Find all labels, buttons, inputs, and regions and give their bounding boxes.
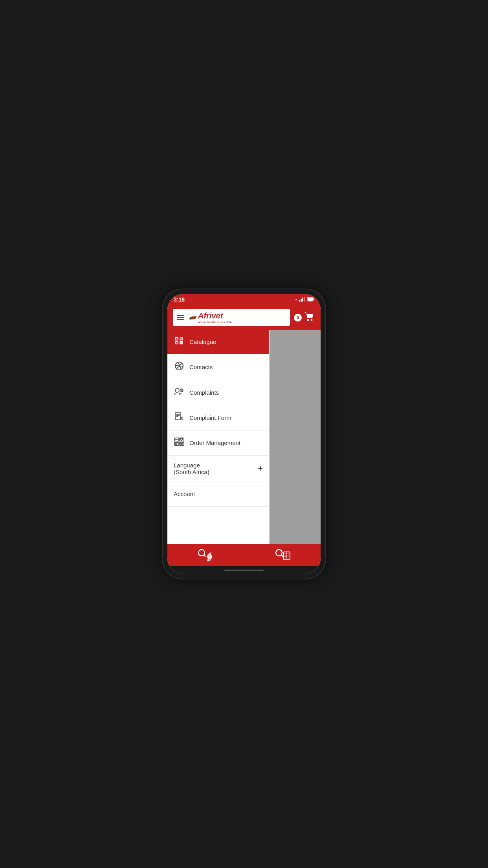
- sidebar-item-complaint-form[interactable]: Complaint Form: [167, 405, 269, 430]
- cart-count: 0: [294, 314, 302, 322]
- svg-rect-1: [301, 299, 302, 302]
- sidebar-menu: Catalogue Contacts: [167, 330, 270, 544]
- svg-rect-36: [180, 442, 184, 445]
- indicator-line: [224, 570, 264, 571]
- sidebar-item-order-management[interactable]: Order Management: [167, 430, 269, 456]
- app-header: Afrivet Animal health is in our DNA 0: [167, 305, 321, 330]
- complaints-icon: [174, 387, 185, 398]
- svg-rect-28: [175, 413, 181, 420]
- svg-point-45: [208, 555, 209, 555]
- main-content: Catalogue Contacts: [167, 330, 321, 544]
- status-bar: 3:18 •: [167, 294, 321, 305]
- language-title: Language: [174, 462, 258, 469]
- language-text: Language (South Africa): [174, 462, 258, 475]
- status-icons: •: [295, 297, 314, 303]
- language-subtitle: (South Africa): [174, 469, 258, 475]
- order-management-label: Order Management: [189, 440, 263, 446]
- logo: Afrivet Animal health is in our DNA: [189, 311, 232, 324]
- svg-point-11: [307, 319, 309, 321]
- complaint-form-icon: [174, 412, 185, 423]
- animal-search-icon: [197, 548, 215, 562]
- header-cart: 0: [294, 312, 315, 324]
- contacts-label: Contacts: [189, 364, 263, 370]
- svg-rect-13: [175, 337, 178, 340]
- content-area: [270, 330, 321, 544]
- logo-tagline: Animal health is in our DNA: [198, 321, 232, 324]
- catalogue-label: Catalogue: [189, 338, 263, 345]
- header-logo-area: Afrivet Animal health is in our DNA: [173, 309, 290, 326]
- language-expand-icon: +: [258, 463, 263, 474]
- catalogue-icon: [174, 337, 185, 347]
- svg-point-9: [189, 318, 192, 319]
- svg-rect-5: [308, 298, 313, 301]
- contacts-icon: [174, 361, 185, 373]
- complaint-form-label: Complaint Form: [189, 414, 263, 421]
- sidebar-item-complaints[interactable]: Complaints: [167, 380, 269, 405]
- svg-rect-0: [299, 300, 300, 302]
- svg-point-12: [311, 319, 312, 321]
- logo-bird-icon: [189, 315, 197, 320]
- hamburger-button[interactable]: [177, 315, 184, 320]
- svg-rect-6: [313, 298, 314, 300]
- signal-icon: [299, 297, 305, 303]
- svg-rect-15: [175, 341, 178, 344]
- dot-icon: •: [295, 297, 297, 302]
- svg-point-39: [181, 438, 183, 440]
- svg-rect-33: [174, 438, 179, 441]
- sidebar-item-language[interactable]: Language (South Africa) +: [167, 456, 269, 482]
- svg-rect-2: [302, 298, 303, 302]
- svg-point-23: [175, 388, 179, 392]
- battery-icon: [307, 297, 314, 303]
- complaints-label: Complaints: [189, 389, 263, 396]
- order-management-icon: [174, 438, 185, 448]
- svg-rect-16: [180, 341, 183, 344]
- phone-frame: 3:18 •: [163, 289, 325, 579]
- account-label: Account: [174, 491, 195, 497]
- logo-text: Afrivet: [198, 311, 223, 320]
- svg-point-42: [175, 443, 177, 445]
- svg-line-47: [281, 555, 283, 557]
- svg-line-44: [204, 555, 205, 557]
- sidebar-item-account[interactable]: Account: [167, 482, 269, 507]
- bottom-navigation: [167, 544, 321, 566]
- cart-icon[interactable]: [304, 312, 315, 324]
- phone-screen: 3:18 •: [167, 294, 321, 574]
- home-indicator: [167, 566, 321, 574]
- bottom-nav-animal-search[interactable]: [189, 546, 223, 564]
- svg-point-10: [195, 316, 196, 317]
- bottom-nav-catalogue-search[interactable]: [266, 546, 299, 564]
- catalogue-search-icon: [273, 548, 292, 562]
- sidebar-item-catalogue[interactable]: Catalogue: [167, 330, 269, 354]
- svg-rect-3: [304, 297, 305, 302]
- status-time: 3:18: [174, 296, 185, 303]
- sidebar-item-contacts[interactable]: Contacts: [167, 354, 269, 380]
